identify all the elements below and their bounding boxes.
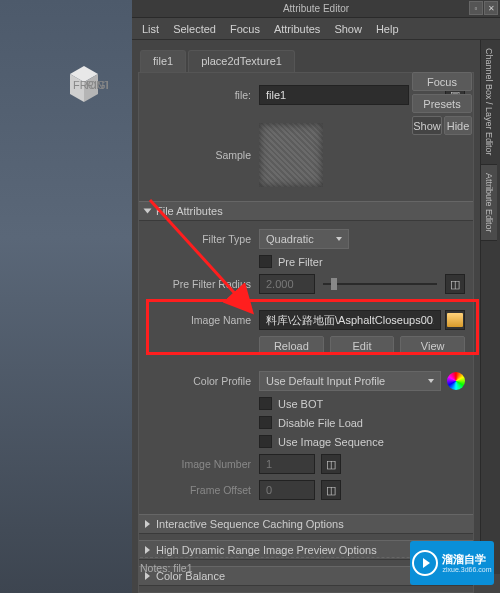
folder-icon: [447, 313, 463, 327]
sample-swatch[interactable]: [259, 123, 323, 187]
rail-tab-channel-box[interactable]: Channel Box / Layer Editor: [481, 40, 497, 165]
rail-tab-attribute-editor[interactable]: Attribute Editor: [481, 165, 497, 242]
image-name-input[interactable]: [259, 310, 441, 330]
tab-place2dtexture1[interactable]: place2dTexture1: [188, 50, 295, 72]
focus-button[interactable]: Focus: [412, 72, 472, 91]
file-name-input[interactable]: [259, 85, 409, 105]
color-profile-dropdown[interactable]: Use Default Input Profile: [259, 371, 441, 391]
right-rail: Channel Box / Layer Editor Attribute Edi…: [480, 40, 500, 574]
filter-type-dropdown[interactable]: Quadratic: [259, 229, 349, 249]
node-tabs: file1 place2dTexture1: [132, 46, 500, 72]
menu-show[interactable]: Show: [334, 23, 362, 35]
window-title: Attribute Editor: [283, 3, 349, 14]
hide-button[interactable]: Hide: [444, 116, 472, 135]
section-file-attributes: File Attributes Filter Type Quadratic Pr…: [139, 201, 473, 508]
disable-file-load-checkbox[interactable]: [259, 416, 272, 429]
color-wheel-icon[interactable]: [447, 372, 465, 390]
color-profile-label: Color Profile: [147, 375, 259, 387]
frame-offset-label: Frame Offset: [147, 484, 259, 496]
use-image-sequence-checkbox[interactable]: [259, 435, 272, 448]
image-number-label: Image Number: [147, 458, 259, 470]
content-area: file: ▣ Sample File Attributes Filter Ty…: [138, 72, 474, 593]
sample-label: Sample: [147, 149, 259, 161]
frame-offset-input: [259, 480, 315, 500]
menu-list[interactable]: List: [142, 23, 159, 35]
pre-filter-radius-input: [259, 274, 315, 294]
menubar: List Selected Focus Attributes Show Help: [132, 18, 500, 40]
image-number-map-icon[interactable]: ◫: [321, 454, 341, 474]
chevron-down-icon: [336, 237, 342, 241]
disable-file-load-label: Disable File Load: [278, 417, 363, 429]
tab-file1[interactable]: file1: [140, 50, 186, 72]
viewport-3d[interactable]: FRONT RIGHT: [0, 0, 132, 593]
titlebar: Attribute Editor ▫ ✕: [132, 0, 500, 18]
play-icon: [423, 558, 430, 568]
pre-filter-label: Pre Filter: [278, 256, 323, 268]
use-bot-label: Use BOT: [278, 398, 323, 410]
section-head-file-attributes[interactable]: File Attributes: [139, 201, 473, 221]
menu-attributes[interactable]: Attributes: [274, 23, 320, 35]
triangle-down-icon: [144, 209, 152, 214]
triangle-right-icon: [145, 520, 150, 528]
presets-button[interactable]: Presets: [412, 94, 472, 113]
undock-icon[interactable]: ▫: [469, 1, 483, 15]
frame-offset-map-icon[interactable]: ◫: [321, 480, 341, 500]
pre-filter-radius-map-icon[interactable]: ◫: [445, 274, 465, 294]
triangle-right-icon: [145, 546, 150, 554]
reload-button[interactable]: Reload: [259, 336, 324, 355]
file-label: file:: [147, 89, 259, 101]
section-head-iseq[interactable]: Interactive Sequence Caching Options: [139, 514, 473, 534]
pre-filter-radius-slider[interactable]: [323, 283, 437, 285]
image-number-input: [259, 454, 315, 474]
pre-filter-radius-label: Pre Filter Radius: [147, 278, 259, 290]
edit-button[interactable]: Edit: [330, 336, 395, 355]
menu-selected[interactable]: Selected: [173, 23, 216, 35]
use-bot-checkbox[interactable]: [259, 397, 272, 410]
pre-filter-checkbox[interactable]: [259, 255, 272, 268]
attribute-editor-panel: Attribute Editor ▫ ✕ List Selected Focus…: [132, 0, 500, 593]
watermark-logo: 溜溜自学 zixue.3d66.com: [410, 541, 494, 585]
cube-right-label: RIGHT: [86, 79, 108, 91]
filter-type-label: Filter Type: [147, 233, 259, 245]
view-button[interactable]: View: [400, 336, 465, 355]
chevron-down-icon: [428, 379, 434, 383]
viewcube[interactable]: FRONT RIGHT: [60, 60, 108, 108]
browse-file-button[interactable]: [445, 310, 465, 330]
show-button[interactable]: Show: [412, 116, 442, 135]
image-name-label: Image Name: [147, 314, 259, 326]
use-image-sequence-label: Use Image Sequence: [278, 436, 384, 448]
close-icon[interactable]: ✕: [484, 1, 498, 15]
menu-help[interactable]: Help: [376, 23, 399, 35]
menu-focus[interactable]: Focus: [230, 23, 260, 35]
